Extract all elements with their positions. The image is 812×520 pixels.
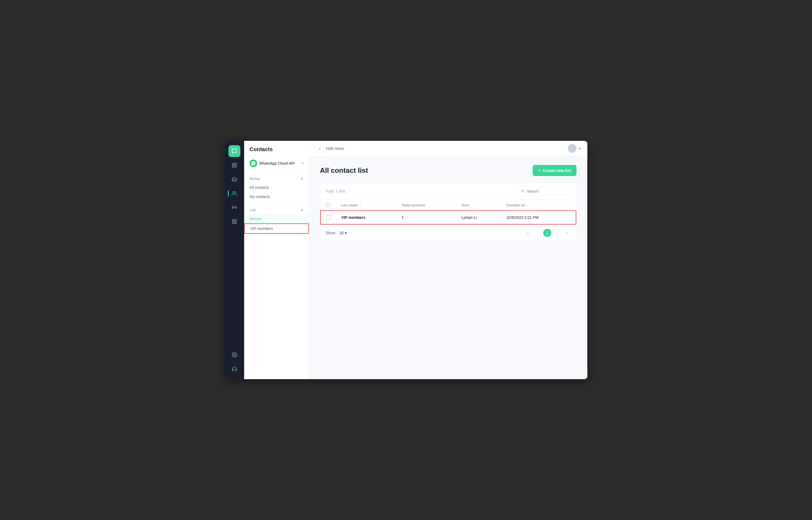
plus-icon: + [538,167,541,173]
table-top-bar: Total: 1 lists [320,183,576,200]
col-list-name[interactable]: List name ↑ [336,200,396,211]
page-area: All contact list + Create new list Total… [309,156,587,379]
divider-2 [250,203,303,204]
back-circle: ‹ [316,145,324,153]
app-window: Contacts WhatsApp Cloud API ▾ Group ∧ Al… [225,141,587,379]
sidebar-title: Contacts [244,146,309,157]
col-created-on[interactable]: Created on ↕ [501,200,576,211]
col-user: User [456,200,501,211]
svg-rect-1 [235,163,236,165]
table-body: VIP members 1 Lyman Li 22/8/2023 2:21 PM [320,211,576,224]
group-section-header[interactable]: Group ∧ [244,175,309,183]
create-new-list-button[interactable]: + Create new list [533,165,577,176]
table-header: List name ↑ Total contacts User Created … [320,200,576,211]
sidebar-item-all-lists[interactable]: All lists [244,214,309,224]
nav-icon-contacts[interactable] [228,187,240,199]
sidebar-item-vip-members[interactable]: VIP members [244,224,309,234]
svg-rect-2 [235,166,236,167]
cell-created-on: 22/8/2023 2:21 PM [501,211,576,224]
hide-menu-label: Hide menu [326,146,344,151]
svg-point-11 [521,189,524,192]
main-content: ‹ Hide menu ▾ All contact list + Create … [309,141,587,379]
row-checkbox-cell [320,211,336,224]
svg-rect-9 [232,222,234,224]
last-page-button[interactable]: » [563,229,571,237]
per-page-selector[interactable]: 10 ▾ [339,231,347,235]
nav-icon-settings[interactable] [228,349,240,361]
svg-rect-8 [235,222,236,224]
chevron-left-icon: ‹ [319,146,320,151]
channel-dropdown-icon: ▾ [302,161,303,165]
group-section-label: Group [250,177,260,181]
contact-list-table: List name ↑ Total contacts User Created … [320,200,576,225]
svg-rect-3 [232,166,234,167]
first-page-button[interactable]: « [524,229,532,237]
nav-icon-support[interactable] [228,363,240,375]
avatar [568,144,577,153]
hide-menu-button[interactable]: ‹ Hide menu [316,145,344,153]
divider-1 [250,172,303,172]
group-chevron-icon: ∧ [301,177,303,181]
list-section-label: List [250,208,256,212]
sidebar: Contacts WhatsApp Cloud API ▾ Group ∧ Al… [244,141,309,379]
nav-icon-chat[interactable] [228,145,240,157]
table-card: Total: 1 lists [320,183,577,241]
icon-rail [225,141,244,379]
nav-icon-broadcast[interactable] [228,202,240,213]
search-box[interactable] [517,187,571,196]
page-1-button[interactable]: 1 [543,229,551,237]
row-checkbox[interactable] [326,215,331,219]
col-total-contacts: Total contacts [396,200,456,211]
page-header: All contact list + Create new list [320,165,577,176]
whatsapp-icon [250,159,257,167]
page-nav: « ‹ 1 › » [524,229,571,237]
page-title: All contact list [320,166,368,175]
cell-list-name[interactable]: VIP members [336,211,396,224]
nav-icon-inbox[interactable] [228,173,240,185]
top-bar-right: ▾ [568,144,581,153]
list-name-sort-icon: ↑ [360,203,361,207]
show-label: Show: [326,231,336,235]
svg-rect-6 [232,219,234,221]
per-page-value: 10 [339,231,344,235]
prev-page-button[interactable]: ‹ [533,229,541,237]
created-on-sort-icon: ↕ [527,203,529,207]
svg-point-4 [233,191,235,193]
svg-point-5 [234,207,235,208]
user-dropdown-icon[interactable]: ▾ [579,146,581,151]
top-bar: ‹ Hide menu ▾ [309,141,587,156]
search-icon [521,189,525,193]
per-page-chevron-icon: ▾ [345,231,347,235]
cell-user: Lyman Li [456,211,501,224]
select-all-checkbox[interactable] [326,203,330,207]
search-input[interactable] [527,189,567,193]
svg-rect-0 [232,163,234,165]
table-row: VIP members 1 Lyman Li 22/8/2023 2:21 PM [320,211,576,224]
svg-point-10 [234,354,235,356]
nav-icon-dashboard[interactable] [228,159,240,171]
total-label: Total: 1 lists [326,189,345,193]
sidebar-item-all-contacts[interactable]: All contacts [244,183,309,192]
nav-icon-groups[interactable] [228,215,240,228]
pagination-bar: Show: 10 ▾ « ‹ 1 › » [320,225,576,241]
create-btn-label: Create new list [542,168,571,173]
list-section-header[interactable]: List ∧ [244,206,309,214]
svg-rect-7 [235,219,236,221]
whatsapp-channel-selector[interactable]: WhatsApp Cloud API ▾ [244,157,309,170]
next-page-button[interactable]: › [553,229,561,237]
header-checkbox-cell [320,200,336,211]
sidebar-item-my-contacts[interactable]: My contacts [244,192,309,201]
list-chevron-icon: ∧ [301,208,303,212]
channel-name: WhatsApp Cloud API [259,161,300,165]
cell-total-contacts: 1 [396,211,456,224]
